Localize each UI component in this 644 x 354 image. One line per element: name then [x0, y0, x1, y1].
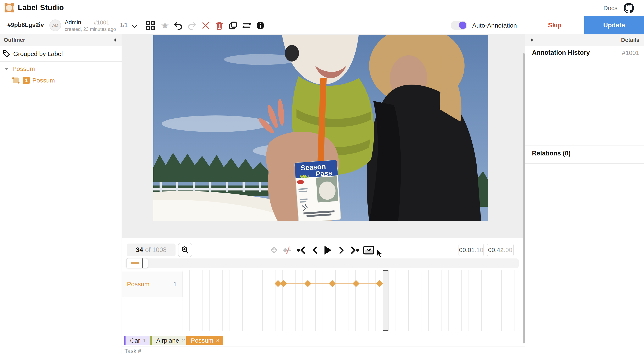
svg-text:Pass: Pass	[315, 169, 332, 178]
total-time-frames: :00	[504, 246, 512, 254]
chip-hotkey: 3	[216, 338, 219, 344]
frame-total: of 1008	[145, 246, 166, 254]
track-count: 1	[173, 281, 177, 288]
duplicate-button[interactable]	[228, 20, 238, 31]
next-keyframe-button[interactable]	[349, 244, 361, 256]
minimap-keyframe-range	[131, 262, 140, 264]
avatar[interactable]: AD	[50, 19, 61, 31]
frames-control-toggle[interactable]	[363, 244, 375, 256]
chip-label: Airplane	[156, 337, 179, 344]
github-icon[interactable]	[624, 3, 634, 13]
outliner-title: Outliner	[4, 37, 25, 43]
annotation-history-title: Annotation History	[532, 49, 590, 56]
auto-annotation-toggle[interactable]	[451, 21, 467, 30]
expand-right-icon[interactable]	[530, 37, 534, 42]
chip-hotkey: 1	[143, 338, 146, 344]
prev-frame-button[interactable]	[309, 244, 321, 256]
chip-label: Possum	[191, 337, 213, 344]
undo-button[interactable]	[172, 20, 184, 31]
update-button[interactable]: Update	[584, 16, 644, 34]
redo-button[interactable]	[186, 20, 198, 31]
label-chip-airplane[interactable]: Airplane 2	[150, 336, 189, 345]
current-time: 00:01	[459, 246, 475, 254]
keyframe-interpolation-button[interactable]	[281, 244, 293, 256]
user-name: Admin	[65, 19, 81, 26]
divider	[44, 16, 44, 34]
magnifier-plus-icon	[181, 246, 190, 254]
star-icon[interactable]: ★	[159, 20, 170, 31]
grid-view-button[interactable]	[145, 20, 156, 31]
current-time-input[interactable]: 00:01:10	[458, 244, 484, 256]
chevron-down-icon[interactable]	[131, 23, 138, 30]
outliner-group-possum[interactable]: Possum	[0, 64, 122, 74]
frame-counter[interactable]: 34 of 1008	[127, 244, 176, 256]
timeline-track-possum[interactable]: Possum 1	[122, 272, 182, 297]
annotation-created: created, 23 minutes ago	[65, 26, 116, 32]
vertical-scrollbar[interactable]	[523, 53, 525, 344]
docs-link[interactable]: Docs	[603, 4, 618, 11]
region-rect-icon	[12, 77, 20, 84]
task-footer-label: Task #	[124, 348, 141, 354]
annotation-id: #1001	[94, 19, 109, 26]
details-header: Details	[525, 34, 644, 46]
timeline-playhead[interactable]	[383, 270, 388, 331]
relations-button[interactable]	[241, 20, 252, 31]
delete-button[interactable]	[214, 20, 225, 31]
info-button[interactable]	[255, 20, 266, 31]
current-time-frames: :10	[475, 246, 484, 254]
toggle-knob	[459, 21, 466, 29]
divider	[525, 145, 644, 145]
chip-hotkey: 2	[182, 338, 185, 344]
track-label: Possum	[127, 281, 150, 288]
skip-button[interactable]: Skip	[525, 16, 584, 34]
annotation-pagination: 1/1	[120, 22, 128, 28]
relations-title: Relations (0)	[532, 150, 570, 157]
collapse-left-icon[interactable]	[112, 37, 118, 43]
divider	[525, 163, 644, 164]
total-time: 00:42	[488, 246, 504, 254]
label-chip-possum[interactable]: Possum 3	[186, 336, 223, 345]
region-label: Possum	[32, 77, 55, 84]
details-title: Details	[621, 37, 640, 43]
region-index-badge: 1	[23, 77, 30, 84]
outliner-region-possum[interactable]: 1 Possum	[0, 75, 122, 86]
tag-icon	[2, 50, 10, 58]
timeline-grid[interactable]	[182, 270, 519, 331]
app-title: Label Studio	[18, 3, 64, 12]
chip-label: Car	[130, 337, 140, 344]
svg-text:Wild: Wild	[300, 174, 309, 179]
mouse-cursor	[376, 249, 384, 259]
caret-down-icon[interactable]	[3, 66, 10, 72]
group-by-label: Grouped by Label	[13, 50, 63, 57]
chip-color-bar	[150, 336, 152, 345]
divider	[122, 347, 525, 347]
outliner-header: Outliner	[0, 34, 122, 46]
auto-annotation-label: Auto-Annotation	[472, 22, 517, 29]
minimap-playhead[interactable]	[142, 259, 142, 268]
details-panel	[525, 34, 644, 354]
keyframe-add-button[interactable]	[268, 244, 280, 256]
label-studio-logo-icon	[4, 3, 14, 12]
timeline-minimap-track[interactable]	[126, 259, 519, 268]
chip-color-bar	[124, 336, 126, 345]
label-studio-app: Label Studio Docs #9pb8Lgs2iv AD Admin #…	[0, 0, 644, 354]
label-chip-car[interactable]: Car 1	[124, 336, 150, 345]
divider	[143, 16, 143, 34]
zoom-button[interactable]	[178, 243, 192, 257]
play-button[interactable]	[322, 244, 334, 256]
group-by-selector[interactable]: Grouped by Label	[0, 46, 122, 62]
app-header: Label Studio Docs	[0, 0, 644, 16]
video-frame[interactable]: Season Wild Pass	[153, 35, 488, 221]
next-frame-button[interactable]	[336, 244, 348, 256]
group-label: Possum	[12, 65, 35, 72]
annotation-history-id: #1001	[622, 49, 639, 56]
task-id: #9pb8Lgs2iv	[8, 21, 44, 28]
frame-current: 34	[136, 246, 143, 254]
cancel-button[interactable]	[200, 20, 211, 31]
total-time-input[interactable]: 00:42:00	[487, 244, 514, 256]
prev-keyframe-button[interactable]	[295, 244, 307, 256]
